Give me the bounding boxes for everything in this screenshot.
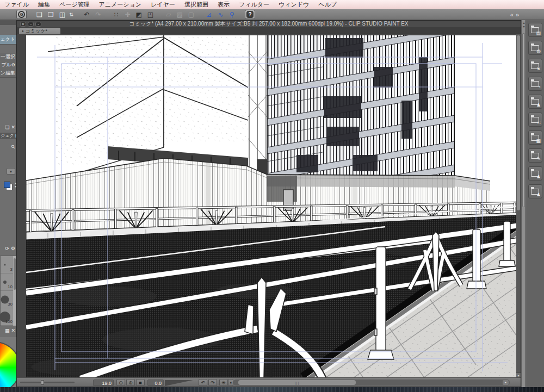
- canvas-area[interactable]: [17, 34, 517, 378]
- snap-curve-icon: ∿: [218, 11, 223, 18]
- scatter-icon: ∷: [537, 121, 541, 126]
- undo-icon: ↶: [84, 11, 89, 18]
- menu-filter[interactable]: フィルター: [239, 1, 269, 9]
- tab-comic[interactable]: ● コミック*: [19, 28, 60, 34]
- magnifier-icon[interactable]: ⚲: [10, 144, 17, 150]
- refresh-icon[interactable]: ⟳: [5, 246, 9, 251]
- desktop-wallpaper-sliver: [0, 387, 544, 392]
- toolbar-collapse-left-icon[interactable]: «: [510, 11, 514, 18]
- rotate-ccw-button[interactable]: ↶: [199, 379, 207, 386]
- minimize-icon[interactable]: −: [28, 22, 34, 27]
- transform-button[interactable]: ◰: [145, 10, 156, 19]
- material-button-scatter[interactable]: ∷: [528, 113, 542, 127]
- toolbar-collapse-right-icon[interactable]: »: [516, 11, 519, 18]
- material-button-edit[interactable]: ✎: [528, 148, 542, 163]
- rotate-cw-button[interactable]: ↷: [208, 379, 217, 386]
- material-button-globe[interactable]: ◍: [528, 41, 542, 55]
- right-panel-scroll-strip[interactable]: ▴ ▾: [521, 20, 526, 387]
- mask-icon-2: ▨: [177, 11, 183, 18]
- snapshot-button[interactable]: ∷: [111, 10, 121, 19]
- hscroll-right-icon[interactable]: ▸: [503, 380, 509, 385]
- rotation-slider[interactable]: [165, 380, 193, 386]
- menu-edit[interactable]: 編集: [38, 1, 50, 9]
- material-button-figure[interactable]: ♟: [528, 95, 542, 109]
- snap-curve-button[interactable]: ∿: [215, 10, 226, 19]
- object-picker-button[interactable]: ◩: [134, 10, 144, 19]
- subtool-palette-actions: ❏ ✕: [0, 125, 16, 130]
- snap-special-ruler-icon: ⚲: [230, 11, 234, 18]
- document-titlebar[interactable]: ✕ − ▫ コミック* (A4 297.00 x 210.00mm 製本サイズ:…: [17, 21, 521, 27]
- trash-icon[interactable]: ✕: [11, 125, 15, 130]
- fit-to-window-button[interactable]: ■: [136, 379, 145, 386]
- subtool-label: ェクト: [0, 36, 15, 43]
- figure-icon: ♟: [536, 192, 541, 197]
- menu-animation[interactable]: アニメーション: [99, 1, 142, 9]
- subtool-item-object[interactable]: ェクト: [0, 35, 16, 45]
- snap-special-ruler-button[interactable]: ⚲: [227, 10, 237, 19]
- menu-selection[interactable]: 選択範囲: [184, 1, 208, 9]
- material-button-cross[interactable]: ✕: [528, 59, 542, 73]
- cross-icon: ✕: [536, 67, 541, 72]
- save-stepper-button[interactable]: ⇅: [69, 10, 74, 19]
- subtool-label: 一選択: [1, 53, 15, 60]
- add-page-icon[interactable]: ❏: [5, 125, 9, 130]
- clip-studio-logo-icon: G: [18, 11, 25, 18]
- mask-button-3[interactable]: ▢: [186, 10, 196, 19]
- menu-page-manage[interactable]: ページ管理: [59, 1, 90, 9]
- save-file-icon: ◫: [59, 11, 65, 18]
- canvas-vertical-scrollbar[interactable]: ▾: [516, 34, 521, 378]
- save-file-button[interactable]: ◫: [57, 10, 67, 19]
- vscroll-thumb[interactable]: [517, 35, 520, 210]
- menu-file[interactable]: ファイル: [4, 1, 29, 9]
- maximize-icon[interactable]: ▫: [35, 22, 41, 27]
- move-button[interactable]: ✚: [122, 10, 133, 19]
- zoom-slider[interactable]: [20, 382, 75, 383]
- menubar: ファイル 編集 ページ管理 アニメーション レイヤー 選択範囲 表示 フィルター…: [0, 0, 544, 9]
- strip-thumb[interactable]: [522, 33, 525, 207]
- settings-icon[interactable]: ⚙: [11, 246, 15, 251]
- zoom-in-button[interactable]: ⊕: [126, 379, 135, 386]
- zoom-slider-thumb[interactable]: [41, 380, 44, 385]
- undo-button[interactable]: ↶: [82, 10, 92, 19]
- reset-view-button[interactable]: ▪: [228, 379, 233, 386]
- subtool-item-select[interactable]: 一選択: [0, 53, 16, 61]
- mask-button-1[interactable]: ▱: [163, 10, 174, 19]
- material-button-image[interactable]: ▦: [528, 130, 542, 145]
- grid-icon[interactable]: ▦: [5, 328, 10, 333]
- material-button-pose2[interactable]: ♟: [528, 184, 542, 198]
- zoom-out-button[interactable]: ⊖: [116, 379, 125, 386]
- material-button-pose1[interactable]: ♟: [528, 166, 542, 181]
- brush-size-label: 30: [8, 302, 13, 307]
- redo-button[interactable]: ↷: [93, 10, 103, 19]
- figure-icon: ♟: [536, 175, 541, 179]
- menu-window[interactable]: ウィンドウ: [279, 1, 309, 9]
- material-button-list[interactable]: ▤: [528, 23, 542, 37]
- mask-button-2[interactable]: ▨: [175, 10, 185, 19]
- color-wheel[interactable]: [0, 341, 16, 387]
- brush-list-scrollbar[interactable]: [13, 256, 16, 326]
- menu-view[interactable]: 表示: [218, 1, 230, 9]
- brush-dot: [3, 281, 7, 284]
- trash2-icon[interactable]: ✕: [11, 328, 15, 333]
- main-color-chip[interactable]: [4, 182, 10, 188]
- tool-property-row: ⚲: [0, 144, 16, 150]
- hscroll-thumb[interactable]: |||: [238, 380, 356, 385]
- help-button[interactable]: ?: [245, 10, 255, 19]
- clip-studio-logo-button[interactable]: G: [16, 10, 27, 19]
- command-toolbar: G ❏ ❒ ◫ ⇅ ↶ ↷ ∷ ✚ ◩ ◰ ▱ ▨ ▢ ⊿ ∿ ⚲ ? « »: [0, 9, 544, 20]
- canvas-horizontal-scrollbar[interactable]: ||| ▸: [233, 379, 510, 385]
- menu-layer[interactable]: レイヤー: [151, 1, 175, 9]
- material-button-sphere[interactable]: ◔: [528, 77, 542, 91]
- dropdown-caret-icon[interactable]: ▾: [7, 168, 15, 175]
- open-file-button[interactable]: ❒: [46, 10, 56, 19]
- tool-property-caption: ジェクト]: [0, 133, 16, 139]
- reset-rotation-button[interactable]: ✳: [219, 379, 228, 386]
- close-icon[interactable]: ✕: [20, 22, 26, 27]
- canvas-page[interactable]: [26, 35, 517, 378]
- new-file-button[interactable]: ❏: [34, 10, 45, 19]
- brush-size-list: 3 10 30 100: [0, 256, 16, 326]
- menu-help[interactable]: ヘルプ: [318, 1, 337, 9]
- subtool-item-sample[interactable]: プル⚙: [0, 61, 16, 70]
- snap-ruler-button[interactable]: ⊿: [204, 10, 214, 19]
- subtool-item-line-edit[interactable]: ン編集: [0, 69, 16, 78]
